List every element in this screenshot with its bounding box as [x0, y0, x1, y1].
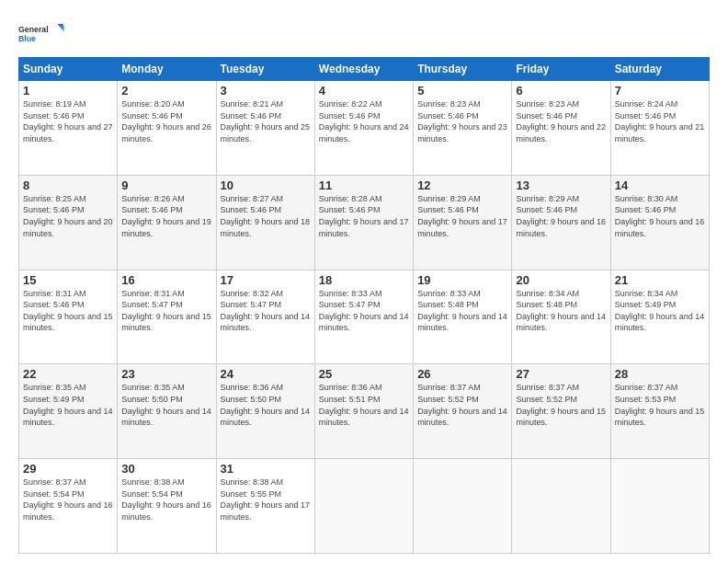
calendar-cell: 4 Sunrise: 8:22 AM Sunset: 5:46 PM Dayli…: [314, 81, 413, 176]
calendar-cell: 11 Sunrise: 8:28 AM Sunset: 5:46 PM Dayl…: [314, 175, 413, 270]
day-number: 1: [23, 84, 113, 98]
day-number: 8: [23, 178, 113, 192]
calendar-cell: 26 Sunrise: 8:37 AM Sunset: 5:52 PM Dayl…: [414, 364, 512, 459]
day-number: 25: [319, 367, 409, 381]
day-info: Sunrise: 8:29 AM Sunset: 5:46 PM Dayligh…: [417, 193, 507, 239]
calendar-cell: 17 Sunrise: 8:32 AM Sunset: 5:47 PM Dayl…: [216, 270, 314, 364]
calendar-cell: 16 Sunrise: 8:31 AM Sunset: 5:47 PM Dayl…: [118, 270, 216, 364]
page: General Blue SundayMondayTuesdayWednesda…: [0, 0, 728, 563]
calendar-cell: 25 Sunrise: 8:36 AM Sunset: 5:51 PM Dayl…: [314, 364, 413, 459]
calendar-cell: 3 Sunrise: 8:21 AM Sunset: 5:46 PM Dayli…: [216, 81, 314, 176]
calendar-cell: 12 Sunrise: 8:29 AM Sunset: 5:46 PM Dayl…: [414, 175, 512, 270]
calendar-header-row: SundayMondayTuesdayWednesdayThursdayFrid…: [19, 58, 710, 81]
day-info: Sunrise: 8:33 AM Sunset: 5:47 PM Dayligh…: [319, 288, 409, 334]
day-number: 17: [221, 273, 311, 287]
day-number: 6: [516, 84, 606, 98]
day-number: 23: [121, 367, 211, 381]
day-info: Sunrise: 8:37 AM Sunset: 5:54 PM Dayligh…: [23, 477, 113, 523]
weekday-header: Friday: [512, 58, 610, 81]
day-number: 27: [516, 367, 606, 381]
calendar-cell: 27 Sunrise: 8:37 AM Sunset: 5:52 PM Dayl…: [512, 364, 610, 459]
calendar-cell: 18 Sunrise: 8:33 AM Sunset: 5:47 PM Dayl…: [314, 270, 413, 364]
weekday-header: Sunday: [19, 58, 118, 81]
day-info: Sunrise: 8:21 AM Sunset: 5:46 PM Dayligh…: [221, 98, 311, 144]
calendar-cell: 21 Sunrise: 8:34 AM Sunset: 5:49 PM Dayl…: [610, 270, 709, 364]
day-number: 5: [417, 84, 507, 98]
day-info: Sunrise: 8:23 AM Sunset: 5:46 PM Dayligh…: [417, 98, 507, 144]
calendar-cell: 23 Sunrise: 8:35 AM Sunset: 5:50 PM Dayl…: [118, 364, 216, 459]
calendar-cell: [512, 459, 610, 554]
day-info: Sunrise: 8:36 AM Sunset: 5:50 PM Dayligh…: [221, 382, 311, 428]
day-info: Sunrise: 8:31 AM Sunset: 5:46 PM Dayligh…: [23, 288, 113, 334]
calendar-cell: 24 Sunrise: 8:36 AM Sunset: 5:50 PM Dayl…: [216, 364, 314, 459]
day-number: 12: [417, 178, 507, 192]
day-info: Sunrise: 8:38 AM Sunset: 5:54 PM Dayligh…: [121, 477, 211, 523]
calendar-cell: 10 Sunrise: 8:27 AM Sunset: 5:46 PM Dayl…: [216, 175, 314, 270]
header: General Blue: [18, 17, 710, 50]
day-info: Sunrise: 8:34 AM Sunset: 5:49 PM Dayligh…: [615, 288, 705, 334]
calendar-cell: 13 Sunrise: 8:29 AM Sunset: 5:46 PM Dayl…: [512, 175, 610, 270]
day-number: 30: [121, 462, 211, 476]
day-info: Sunrise: 8:30 AM Sunset: 5:46 PM Dayligh…: [615, 193, 705, 239]
calendar-week-row: 15 Sunrise: 8:31 AM Sunset: 5:46 PM Dayl…: [19, 270, 710, 364]
calendar-cell: 6 Sunrise: 8:23 AM Sunset: 5:46 PM Dayli…: [512, 81, 610, 176]
day-number: 13: [516, 178, 606, 192]
day-number: 7: [615, 84, 705, 98]
calendar-table: SundayMondayTuesdayWednesdayThursdayFrid…: [18, 57, 710, 554]
calendar-cell: 8 Sunrise: 8:25 AM Sunset: 5:46 PM Dayli…: [19, 175, 118, 270]
calendar-cell: 22 Sunrise: 8:35 AM Sunset: 5:49 PM Dayl…: [19, 364, 118, 459]
calendar-cell: [414, 459, 512, 554]
logo-svg: General Blue: [18, 17, 64, 50]
day-number: 24: [221, 367, 311, 381]
day-info: Sunrise: 8:32 AM Sunset: 5:47 PM Dayligh…: [221, 288, 311, 334]
day-info: Sunrise: 8:19 AM Sunset: 5:46 PM Dayligh…: [23, 98, 113, 144]
calendar-cell: 7 Sunrise: 8:24 AM Sunset: 5:46 PM Dayli…: [610, 81, 709, 176]
day-info: Sunrise: 8:22 AM Sunset: 5:46 PM Dayligh…: [319, 98, 409, 144]
day-number: 28: [615, 367, 705, 381]
calendar-cell: 20 Sunrise: 8:34 AM Sunset: 5:48 PM Dayl…: [512, 270, 610, 364]
day-number: 20: [516, 273, 606, 287]
svg-text:Blue: Blue: [18, 34, 36, 43]
day-number: 9: [121, 178, 211, 192]
calendar-cell: 9 Sunrise: 8:26 AM Sunset: 5:46 PM Dayli…: [118, 175, 216, 270]
day-info: Sunrise: 8:37 AM Sunset: 5:53 PM Dayligh…: [615, 382, 705, 428]
calendar-cell: 2 Sunrise: 8:20 AM Sunset: 5:46 PM Dayli…: [118, 81, 216, 176]
day-number: 14: [615, 178, 705, 192]
calendar-week-row: 8 Sunrise: 8:25 AM Sunset: 5:46 PM Dayli…: [19, 175, 710, 270]
calendar-cell: 30 Sunrise: 8:38 AM Sunset: 5:54 PM Dayl…: [118, 459, 216, 554]
day-number: 3: [221, 84, 311, 98]
day-info: Sunrise: 8:38 AM Sunset: 5:55 PM Dayligh…: [221, 477, 311, 523]
calendar-cell: 31 Sunrise: 8:38 AM Sunset: 5:55 PM Dayl…: [216, 459, 314, 554]
day-number: 22: [23, 367, 113, 381]
day-number: 26: [417, 367, 507, 381]
day-number: 18: [319, 273, 409, 287]
calendar-cell: 19 Sunrise: 8:33 AM Sunset: 5:48 PM Dayl…: [414, 270, 512, 364]
day-info: Sunrise: 8:24 AM Sunset: 5:46 PM Dayligh…: [615, 98, 705, 144]
calendar-cell: 15 Sunrise: 8:31 AM Sunset: 5:46 PM Dayl…: [19, 270, 118, 364]
weekday-header: Monday: [118, 58, 216, 81]
day-info: Sunrise: 8:34 AM Sunset: 5:48 PM Dayligh…: [516, 288, 606, 334]
day-number: 16: [121, 273, 211, 287]
day-info: Sunrise: 8:27 AM Sunset: 5:46 PM Dayligh…: [221, 193, 311, 239]
calendar-cell: [610, 459, 709, 554]
day-number: 2: [121, 84, 211, 98]
day-number: 15: [23, 273, 113, 287]
day-info: Sunrise: 8:25 AM Sunset: 5:46 PM Dayligh…: [23, 193, 113, 239]
day-number: 19: [417, 273, 507, 287]
logo: General Blue: [18, 17, 64, 50]
weekday-header: Tuesday: [216, 58, 314, 81]
calendar-cell: 29 Sunrise: 8:37 AM Sunset: 5:54 PM Dayl…: [19, 459, 118, 554]
weekday-header: Saturday: [610, 58, 709, 81]
day-info: Sunrise: 8:36 AM Sunset: 5:51 PM Dayligh…: [319, 382, 409, 428]
day-info: Sunrise: 8:23 AM Sunset: 5:46 PM Dayligh…: [516, 98, 606, 144]
calendar-cell: 14 Sunrise: 8:30 AM Sunset: 5:46 PM Dayl…: [610, 175, 709, 270]
day-info: Sunrise: 8:35 AM Sunset: 5:50 PM Dayligh…: [121, 382, 211, 428]
day-number: 31: [221, 462, 311, 476]
calendar-cell: 5 Sunrise: 8:23 AM Sunset: 5:46 PM Dayli…: [414, 81, 512, 176]
day-number: 10: [221, 178, 311, 192]
day-info: Sunrise: 8:20 AM Sunset: 5:46 PM Dayligh…: [121, 98, 211, 144]
calendar-week-row: 1 Sunrise: 8:19 AM Sunset: 5:46 PM Dayli…: [19, 81, 710, 176]
calendar-cell: 28 Sunrise: 8:37 AM Sunset: 5:53 PM Dayl…: [610, 364, 709, 459]
svg-text:General: General: [18, 25, 49, 34]
weekday-header: Wednesday: [314, 58, 413, 81]
